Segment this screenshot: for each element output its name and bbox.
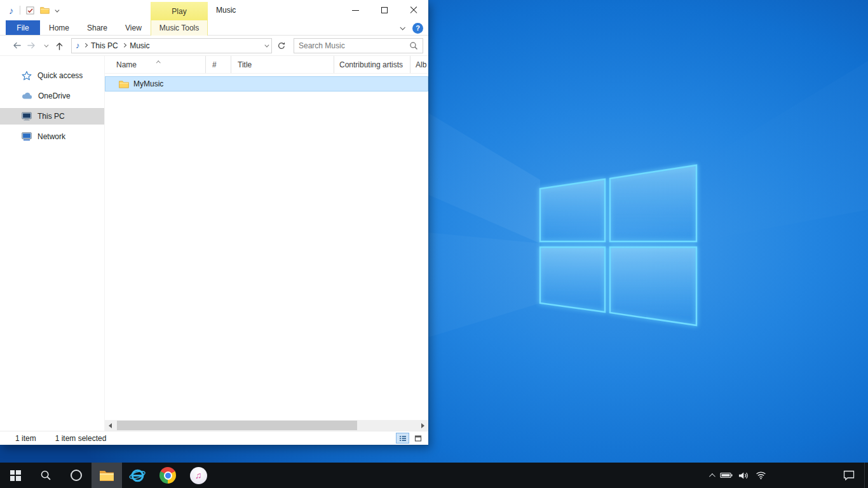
- speaker-icon: [738, 471, 749, 480]
- window-controls: [341, 0, 428, 20]
- windows-logo-icon: [10, 470, 21, 481]
- breadcrumb-chevron-icon[interactable]: [122, 43, 126, 47]
- refresh-button[interactable]: [275, 38, 288, 53]
- column-header-album[interactable]: Alb: [410, 56, 428, 73]
- volume-tray-button[interactable]: [735, 463, 751, 488]
- status-bar: 1 item 1 item selected: [0, 431, 428, 445]
- file-list-pane: Name # Title Contributing artists Alb My…: [105, 56, 428, 431]
- help-button[interactable]: ?: [412, 23, 423, 34]
- taskbar-chrome-button[interactable]: [153, 463, 183, 488]
- show-desktop-button[interactable]: [864, 463, 868, 488]
- forward-button[interactable]: [24, 37, 39, 54]
- computer-icon: [22, 112, 32, 121]
- scroll-left-icon: [109, 423, 112, 428]
- action-center-icon: [843, 470, 855, 480]
- taskbar-itunes-button[interactable]: ♫: [183, 463, 214, 488]
- scrollbar-thumb[interactable]: [117, 421, 357, 430]
- sidebar-item-onedrive[interactable]: OneDrive: [0, 88, 104, 104]
- maximize-button[interactable]: [370, 0, 399, 20]
- details-view-icon: [399, 435, 407, 442]
- tab-file[interactable]: File: [6, 20, 40, 35]
- large-icons-view-icon: [414, 435, 422, 442]
- search-icon: [40, 470, 51, 481]
- navigation-pane: Quick access OneDrive This PC Network: [0, 56, 105, 431]
- contextual-group-play[interactable]: Play: [151, 2, 208, 20]
- file-explorer-window: ♪ Play Music File Home Share View Music …: [0, 0, 428, 445]
- folder-icon: [119, 80, 129, 88]
- sidebar-item-quick-access[interactable]: Quick access: [0, 67, 104, 84]
- tab-home[interactable]: Home: [40, 20, 78, 35]
- sort-ascending-icon: [157, 57, 160, 66]
- action-center-button[interactable]: [834, 463, 864, 488]
- location-music-icon: ♪: [76, 41, 80, 50]
- file-row-mymusic[interactable]: MyMusic: [105, 76, 428, 92]
- tab-view[interactable]: View: [116, 20, 151, 35]
- selection-count: 1 item selected: [55, 434, 107, 443]
- sidebar-item-this-pc[interactable]: This PC: [0, 108, 104, 125]
- taskbar-file-explorer-button[interactable]: [92, 463, 122, 488]
- close-icon: [410, 6, 417, 14]
- taskbar-search-button[interactable]: [31, 463, 61, 488]
- tab-share[interactable]: Share: [78, 20, 116, 35]
- up-button[interactable]: [51, 38, 68, 53]
- address-dropdown-chevron-icon[interactable]: [264, 43, 268, 47]
- titlebar[interactable]: ♪ Play Music: [0, 0, 428, 20]
- battery-tray-button[interactable]: [718, 463, 735, 488]
- network-tray-button[interactable]: [751, 463, 770, 488]
- file-explorer-icon: [99, 470, 114, 482]
- column-header-title[interactable]: Title: [231, 56, 334, 73]
- breadcrumb-music[interactable]: Music: [129, 41, 150, 50]
- cortana-button[interactable]: [61, 463, 92, 488]
- qat-divider: [20, 6, 20, 15]
- details-view-button[interactable]: [396, 433, 409, 444]
- column-header-contributing-artists[interactable]: Contributing artists: [334, 56, 410, 73]
- column-header-number[interactable]: #: [206, 56, 231, 73]
- itunes-icon: ♫: [190, 467, 207, 484]
- close-button[interactable]: [399, 0, 428, 20]
- ribbon-tab-bar: File Home Share View Music Tools ?: [0, 20, 428, 36]
- back-button[interactable]: [9, 37, 24, 54]
- breadcrumb-this-pc[interactable]: This PC: [90, 41, 119, 50]
- taskbar-internet-explorer-button[interactable]: [122, 463, 153, 488]
- chevron-up-icon: [709, 473, 715, 479]
- taskbar: ♫: [0, 463, 868, 488]
- sidebar-item-label: Quick access: [37, 71, 83, 80]
- large-icons-view-button[interactable]: [411, 433, 424, 444]
- internet-explorer-icon: [129, 467, 146, 484]
- sidebar-item-label: This PC: [37, 112, 65, 121]
- windows-logo-panes: [540, 165, 696, 325]
- expand-ribbon-chevron-icon[interactable]: [400, 25, 405, 30]
- show-hidden-icons-button[interactable]: [704, 463, 718, 488]
- address-bar-row: ♪ This PC Music: [0, 36, 428, 56]
- properties-icon[interactable]: [26, 6, 34, 15]
- start-button[interactable]: [0, 463, 31, 488]
- new-folder-icon[interactable]: [40, 6, 50, 14]
- breadcrumb-chevron-icon[interactable]: [83, 43, 87, 47]
- tab-music-tools[interactable]: Music Tools: [151, 20, 208, 36]
- sidebar-item-network[interactable]: Network: [0, 128, 104, 145]
- network-icon: [22, 132, 32, 141]
- recent-locations-chevron-icon[interactable]: [41, 44, 50, 47]
- sidebar-item-label: OneDrive: [38, 92, 71, 100]
- search-input[interactable]: [299, 41, 409, 50]
- scroll-left-button[interactable]: [105, 420, 116, 431]
- sidebar-item-label: Network: [37, 132, 65, 141]
- refresh-icon: [277, 41, 286, 50]
- scrollbar-track[interactable]: [116, 420, 417, 431]
- star-icon: [22, 71, 32, 81]
- system-tray: [704, 463, 868, 488]
- item-count: 1 item: [15, 434, 36, 443]
- search-box[interactable]: [294, 38, 423, 53]
- horizontal-scrollbar[interactable]: [105, 420, 428, 431]
- address-bar[interactable]: ♪ This PC Music: [71, 38, 272, 53]
- file-name: MyMusic: [133, 79, 163, 88]
- search-icon[interactable]: [409, 41, 418, 50]
- customize-qat-chevron-icon[interactable]: [55, 8, 58, 11]
- window-title: Music: [216, 0, 236, 20]
- scroll-right-button[interactable]: [417, 420, 428, 431]
- cloud-icon: [22, 92, 32, 100]
- battery-icon: [720, 471, 733, 479]
- cortana-icon: [71, 470, 82, 481]
- minimize-button[interactable]: [341, 0, 370, 20]
- column-header-name[interactable]: Name: [105, 56, 206, 73]
